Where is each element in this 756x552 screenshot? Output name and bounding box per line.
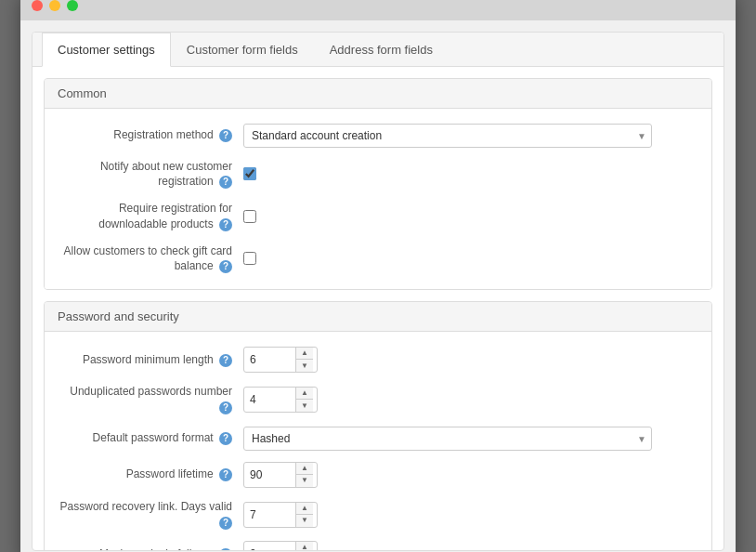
number-input-password-recovery-days[interactable] — [244, 506, 295, 524]
label-allow-gift-card: Allow customers to check gift card balan… — [58, 243, 243, 275]
help-icon-default-password-format[interactable]: ? — [219, 432, 232, 445]
spin-buttons-max-login-failures: ▲▼ — [295, 542, 313, 549]
checkbox-allow-gift-card[interactable] — [243, 252, 256, 265]
control-notify-new-customer — [243, 167, 698, 180]
spin-up-password-lifetime[interactable]: ▲ — [296, 463, 313, 475]
content-area: Customer settingsCustomer form fieldsAdd… — [32, 32, 724, 551]
tab-bar: Customer settingsCustomer form fieldsAdd… — [33, 33, 723, 67]
section-password-security: Password and securityPassword minimum le… — [44, 301, 712, 549]
main-window: Customer settingsCustomer form fieldsAdd… — [20, 0, 736, 552]
scroll-area[interactable]: CommonRegistration method ?Standard acco… — [33, 67, 723, 550]
number-input-password-min-length[interactable] — [244, 350, 295, 369]
spin-down-password-min-length[interactable]: ▼ — [296, 360, 313, 372]
label-default-password-format: Default password format ? — [58, 430, 243, 446]
label-unduplicated-passwords: Unduplicated passwords number ? — [58, 384, 243, 415]
label-registration-method: Registration method ? — [58, 127, 243, 143]
number-input-password-lifetime[interactable] — [244, 466, 295, 484]
spin-down-password-recovery-days[interactable]: ▼ — [296, 515, 313, 527]
number-input-max-login-failures[interactable] — [244, 545, 295, 549]
form-row-password-recovery-days: Password recovery link. Days valid ?▲▼ — [45, 493, 711, 536]
control-max-login-failures: ▲▼ — [243, 541, 698, 549]
close-button[interactable] — [32, 0, 43, 11]
checkbox-notify-new-customer[interactable] — [243, 167, 256, 180]
label-max-login-failures: Maximum login failures ? — [58, 546, 243, 549]
number-input-unduplicated-passwords[interactable] — [244, 390, 295, 409]
spin-up-password-min-length[interactable]: ▲ — [296, 348, 313, 360]
spin-up-max-login-failures[interactable]: ▲ — [296, 542, 313, 549]
help-icon-password-recovery-days[interactable]: ? — [219, 517, 232, 530]
help-icon-registration-method[interactable]: ? — [219, 129, 232, 142]
label-require-registration: Require registration for downloadable pr… — [58, 201, 243, 232]
spin-buttons-password-recovery-days: ▲▼ — [295, 503, 313, 527]
select-wrap-registration-method: Standard account creationGuest checkoutO… — [243, 124, 652, 148]
spin-up-password-recovery-days[interactable]: ▲ — [296, 503, 313, 515]
control-default-password-format: HashedEncryptedPlain text▼ — [243, 427, 698, 451]
control-password-recovery-days: ▲▼ — [243, 502, 698, 528]
spin-down-password-lifetime[interactable]: ▼ — [296, 475, 313, 487]
select-registration-method[interactable]: Standard account creationGuest checkoutO… — [243, 124, 652, 148]
help-icon-allow-gift-card[interactable]: ? — [219, 260, 232, 273]
control-registration-method: Standard account creationGuest checkoutO… — [243, 124, 698, 148]
spin-buttons-password-min-length: ▲▼ — [295, 348, 313, 372]
number-wrap-password-min-length: ▲▼ — [243, 347, 318, 373]
section-body-common: Registration method ?Standard account cr… — [45, 109, 711, 290]
help-icon-require-registration[interactable]: ? — [219, 218, 232, 231]
form-row-notify-new-customer: Notify about new customer registration ? — [45, 153, 711, 196]
form-row-allow-gift-card: Allow customers to check gift card balan… — [45, 238, 711, 281]
tab-customer-form-fields[interactable]: Customer form fields — [171, 33, 314, 67]
help-icon-password-min-length[interactable]: ? — [219, 354, 232, 367]
form-row-require-registration: Require registration for downloadable pr… — [45, 195, 711, 238]
control-unduplicated-passwords: ▲▼ — [243, 387, 698, 413]
label-password-lifetime: Password lifetime ? — [58, 467, 243, 482]
control-password-lifetime: ▲▼ — [243, 462, 698, 488]
select-wrap-default-password-format: HashedEncryptedPlain text▼ — [243, 427, 652, 451]
spin-buttons-password-lifetime: ▲▼ — [295, 463, 313, 487]
form-row-password-lifetime: Password lifetime ?▲▼ — [45, 456, 711, 493]
tab-customer-settings[interactable]: Customer settings — [42, 33, 171, 67]
titlebar — [20, 0, 736, 20]
number-wrap-unduplicated-passwords: ▲▼ — [243, 387, 318, 413]
control-require-registration — [243, 210, 698, 223]
checkbox-require-registration[interactable] — [243, 210, 256, 223]
label-password-recovery-days: Password recovery link. Days valid ? — [58, 499, 243, 531]
form-row-password-min-length: Password minimum length ?▲▼ — [45, 341, 711, 378]
help-icon-unduplicated-passwords[interactable]: ? — [219, 401, 232, 414]
form-row-default-password-format: Default password format ?HashedEncrypted… — [45, 421, 711, 456]
select-default-password-format[interactable]: HashedEncryptedPlain text — [243, 427, 652, 451]
section-body-password-security: Password minimum length ?▲▼Unduplicated … — [45, 332, 711, 549]
section-header-common: Common — [45, 79, 711, 109]
number-wrap-max-login-failures: ▲▼ — [243, 541, 318, 549]
tab-address-form-fields[interactable]: Address form fields — [314, 33, 449, 67]
form-row-unduplicated-passwords: Unduplicated passwords number ?▲▼ — [45, 378, 711, 421]
help-icon-password-lifetime[interactable]: ? — [219, 468, 232, 481]
help-icon-max-login-failures[interactable]: ? — [219, 548, 232, 549]
number-wrap-password-recovery-days: ▲▼ — [243, 502, 318, 528]
spin-buttons-unduplicated-passwords: ▲▼ — [295, 388, 313, 412]
maximize-button[interactable] — [67, 0, 78, 11]
control-allow-gift-card — [243, 252, 698, 265]
label-notify-new-customer: Notify about new customer registration ? — [58, 159, 243, 191]
number-wrap-password-lifetime: ▲▼ — [243, 462, 318, 488]
help-icon-notify-new-customer[interactable]: ? — [219, 176, 232, 189]
form-row-max-login-failures: Maximum login failures ?▲▼ — [45, 535, 711, 549]
section-header-password-security: Password and security — [45, 302, 711, 332]
minimize-button[interactable] — [49, 0, 60, 11]
spin-up-unduplicated-passwords[interactable]: ▲ — [296, 388, 313, 400]
section-common: CommonRegistration method ?Standard acco… — [44, 78, 712, 291]
control-password-min-length: ▲▼ — [243, 347, 698, 373]
spin-down-unduplicated-passwords[interactable]: ▼ — [296, 400, 313, 412]
form-row-registration-method: Registration method ?Standard account cr… — [45, 118, 711, 153]
label-password-min-length: Password minimum length ? — [58, 352, 243, 368]
